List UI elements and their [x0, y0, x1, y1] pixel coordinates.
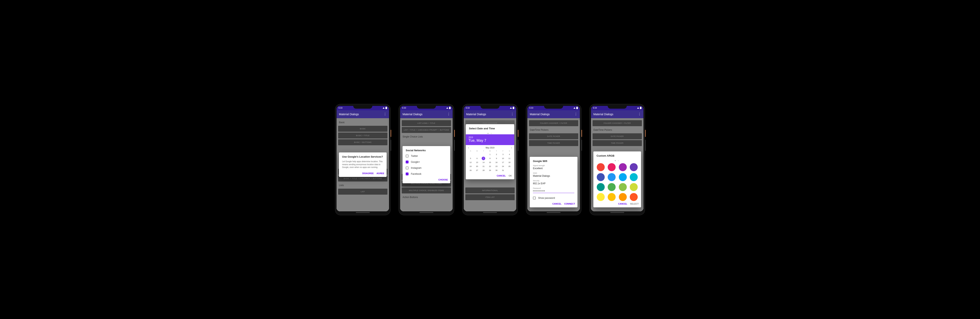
calendar-day[interactable]: 13	[474, 161, 480, 164]
calendar-day[interactable]: 19	[467, 164, 474, 168]
checkbox-icon[interactable]	[406, 167, 409, 169]
dialog-scrim[interactable]: Social Networks Twitter ✓ Google+ Instag…	[400, 118, 453, 211]
overflow-icon[interactable]: ⋮	[511, 112, 514, 116]
power-button[interactable]	[391, 130, 391, 137]
color-swatch[interactable]	[608, 163, 616, 171]
calendar-day[interactable]: 2	[493, 153, 500, 156]
option-twitter[interactable]: Twitter	[402, 153, 450, 159]
choose-button[interactable]: CHOOSE	[438, 179, 448, 181]
option-facebook[interactable]: ✓ Facebook	[402, 171, 450, 177]
calendar-day[interactable]: 22	[487, 164, 493, 168]
agree-button[interactable]: AGREE	[377, 172, 384, 174]
calendar-day[interactable]: 28	[480, 169, 487, 172]
dow-label: W	[487, 150, 493, 152]
option-googleplus[interactable]: ✓ Google+	[402, 159, 450, 165]
color-swatch[interactable]	[619, 173, 627, 181]
calendar-day[interactable]: 29	[487, 169, 493, 172]
color-swatch[interactable]	[630, 193, 638, 201]
power-button[interactable]	[518, 130, 519, 137]
overflow-icon[interactable]: ⋮	[638, 112, 641, 116]
volume-button[interactable]	[391, 140, 391, 151]
password-input[interactable]	[533, 189, 574, 193]
overflow-icon[interactable]: ⋮	[383, 112, 387, 116]
checkbox-icon[interactable]	[533, 196, 536, 199]
color-swatch[interactable]	[608, 183, 616, 191]
date-label[interactable]: Tue, May 7	[469, 139, 511, 143]
color-swatch[interactable]	[597, 193, 605, 201]
cancel-button[interactable]: CANCEL	[497, 174, 506, 177]
show-password-row[interactable]: Show password	[530, 195, 578, 201]
next-month-icon[interactable]: ›	[511, 147, 512, 149]
calendar-day[interactable]: 9	[493, 156, 500, 160]
select-button[interactable]: SELECT	[630, 203, 639, 205]
color-swatch[interactable]	[608, 193, 616, 201]
year-label[interactable]: 2019	[469, 136, 511, 139]
home-indicator[interactable]	[420, 212, 433, 213]
calendar-day[interactable]: 31	[500, 169, 506, 172]
calendar-day[interactable]: 1	[487, 153, 493, 156]
calendar-day[interactable]: 27	[474, 169, 480, 172]
calendar-day[interactable]: 10	[500, 156, 506, 160]
calendar-day[interactable]: 25	[506, 164, 513, 168]
home-indicator[interactable]	[610, 212, 624, 213]
calendar-day[interactable]: 23	[493, 164, 500, 168]
calendar-day[interactable]: 21	[480, 164, 487, 168]
cancel-button[interactable]: CANCEL	[552, 203, 562, 205]
volume-button[interactable]	[581, 140, 582, 151]
power-button[interactable]	[645, 130, 646, 137]
volume-button[interactable]	[454, 140, 455, 151]
volume-button[interactable]	[645, 140, 646, 151]
color-swatch[interactable]	[597, 173, 605, 181]
color-swatch[interactable]	[619, 193, 627, 201]
calendar-day[interactable]: 7	[482, 156, 485, 160]
calendar-day[interactable]: 5	[467, 156, 474, 160]
color-swatch[interactable]	[630, 163, 638, 171]
home-indicator[interactable]	[547, 212, 560, 213]
calendar-day[interactable]: 11	[506, 156, 513, 160]
checkbox-checked-icon[interactable]: ✓	[406, 172, 409, 175]
home-indicator[interactable]	[483, 212, 497, 213]
calendar-day[interactable]: 14	[480, 161, 487, 164]
calendar-day[interactable]: 4	[506, 153, 513, 156]
ok-button[interactable]: OK	[509, 174, 512, 177]
color-swatch[interactable]	[630, 183, 638, 191]
power-button[interactable]	[454, 130, 455, 137]
calendar-day[interactable]: 6	[474, 156, 480, 160]
dialog-scrim[interactable]: Select Date and Time ● ○ 2019 Tue, May 7…	[464, 118, 516, 211]
power-button[interactable]	[581, 130, 582, 137]
calendar-day[interactable]: 8	[487, 156, 493, 160]
color-swatch[interactable]	[608, 173, 616, 181]
disagree-button[interactable]: DISAGREE	[362, 172, 374, 174]
calendar-day[interactable]: 26	[467, 169, 474, 172]
calendar-day[interactable]: 12	[467, 161, 474, 164]
checkbox-icon[interactable]	[406, 155, 409, 158]
color-swatch[interactable]	[630, 173, 638, 181]
dialog-scrim[interactable]: Google Wifi Signal strength Excellent SS…	[527, 118, 580, 211]
volume-button[interactable]	[518, 140, 519, 151]
dialog-scrim[interactable]: Use Google's Location Services? Let Goog…	[337, 118, 389, 211]
overflow-icon[interactable]: ⋮	[574, 112, 578, 116]
calendar-day[interactable]: 24	[500, 164, 506, 168]
color-swatch[interactable]	[597, 163, 605, 171]
connect-button[interactable]: CONNECT	[564, 203, 575, 205]
month-nav: ‹ May 2019 ›	[466, 145, 514, 149]
calendar-day[interactable]: 15	[487, 161, 493, 164]
overflow-icon[interactable]: ⋮	[447, 112, 450, 116]
home-indicator[interactable]	[356, 212, 370, 213]
calendar-day[interactable]: 30	[493, 169, 500, 172]
calendar-day[interactable]: 16	[493, 161, 500, 164]
color-swatch[interactable]	[597, 183, 605, 191]
checkbox-checked-icon[interactable]: ✓	[406, 161, 409, 163]
phone-3: 6:33 Material Dialogs ⋮ FILE CHOOSER INF…	[462, 104, 518, 215]
notch	[608, 106, 627, 108]
color-swatch[interactable]	[619, 183, 627, 191]
calendar-day[interactable]: 20	[474, 164, 480, 168]
calendar-day[interactable]: 17	[500, 161, 506, 164]
option-instagram[interactable]: Instagram	[402, 165, 450, 171]
calendar-day[interactable]: 18	[506, 161, 513, 164]
dialog-scrim[interactable]: Custom ARGB ● ○ CANCEL SELECT	[591, 118, 643, 211]
prev-month-icon[interactable]: ‹	[468, 147, 469, 149]
calendar-day[interactable]: 3	[500, 153, 506, 156]
cancel-button[interactable]: CANCEL	[618, 203, 627, 205]
color-swatch[interactable]	[619, 163, 627, 171]
